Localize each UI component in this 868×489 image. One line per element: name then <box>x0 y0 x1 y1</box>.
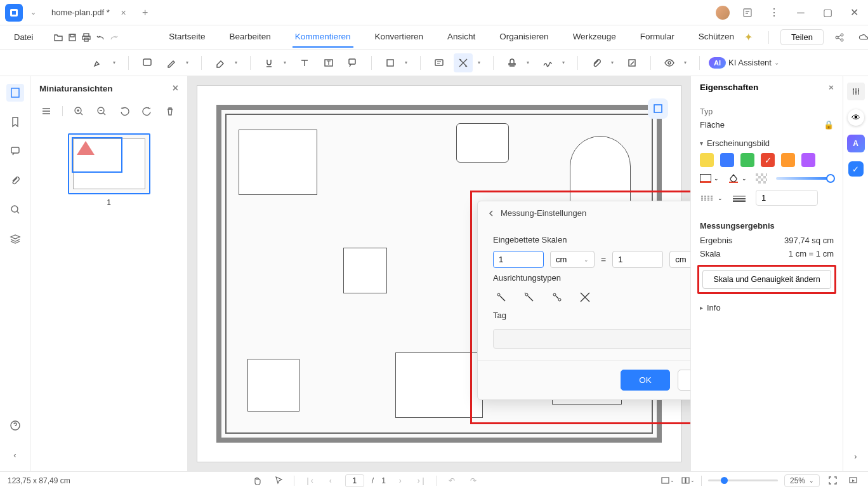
underline-tool-icon[interactable] <box>260 53 279 72</box>
first-page-icon[interactable]: ❘‹ <box>302 474 316 488</box>
shape-tool-icon[interactable] <box>381 53 400 72</box>
zoom-out-icon[interactable] <box>95 104 109 118</box>
history-back-icon[interactable]: ↶ <box>445 474 459 488</box>
fullscreen-icon[interactable] <box>826 474 840 488</box>
list-view-icon[interactable] <box>39 104 53 118</box>
menu-tab-ansicht[interactable]: Ansicht <box>445 27 478 48</box>
zoom-select[interactable]: 25%⌄ <box>784 474 820 487</box>
menu-tab-bearbeiten[interactable]: Bearbeiten <box>227 27 273 48</box>
swatch-orange[interactable] <box>781 153 795 167</box>
dropdown-icon[interactable]: ▾ <box>478 60 484 65</box>
transparency-icon[interactable] <box>756 173 767 184</box>
appearance-section-header[interactable]: ▾ Erscheinungsbild <box>700 138 834 148</box>
file-menu[interactable]: Datei <box>9 30 38 44</box>
delete-icon[interactable] <box>163 104 177 118</box>
dropdown-icon[interactable]: ▾ <box>186 60 192 65</box>
fit-width-icon[interactable]: ⌄ <box>661 474 674 488</box>
tag-input[interactable] <box>493 329 690 349</box>
present-icon[interactable] <box>846 474 860 488</box>
visibility-tool-icon[interactable] <box>660 53 679 72</box>
titlebar-chevron[interactable]: ⌄ <box>30 8 36 17</box>
fill-color-picker[interactable]: ⌄ <box>728 173 747 184</box>
attach-tool-icon[interactable] <box>587 53 606 72</box>
scale-to-input[interactable] <box>612 251 663 268</box>
close-window-icon[interactable]: ✕ <box>845 4 863 22</box>
scale-from-unit-select[interactable]: cm⌄ <box>550 251 595 268</box>
menu-tab-organisieren[interactable]: Organisieren <box>497 27 551 48</box>
close-tab-icon[interactable]: × <box>121 8 126 18</box>
close-properties-icon[interactable]: × <box>829 83 834 92</box>
info-section-header[interactable]: ▸ Info <box>700 303 834 312</box>
thumbnails-rail-icon[interactable] <box>6 84 24 102</box>
change-scale-button[interactable]: Skala und Genauigkeit ändern <box>702 270 831 289</box>
history-fwd-icon[interactable]: ↷ <box>466 474 480 488</box>
lightbulb-icon[interactable]: ✦ <box>740 29 757 46</box>
stroke-color-picker[interactable]: ⌄ <box>700 174 719 183</box>
align-type-1[interactable] <box>493 289 510 305</box>
line-style-picker[interactable]: ⌄ <box>700 194 723 202</box>
text-tool-icon[interactable] <box>295 53 314 72</box>
back-icon[interactable] <box>487 209 496 218</box>
rotate-left-icon[interactable] <box>117 104 131 118</box>
notes-icon[interactable] <box>739 4 756 22</box>
attachments-rail-icon[interactable] <box>6 171 24 189</box>
open-icon[interactable] <box>53 29 63 46</box>
highlight-tool-icon[interactable] <box>89 53 108 72</box>
share-link-icon[interactable] <box>831 29 848 46</box>
current-page-input[interactable] <box>345 474 364 487</box>
swatch-red[interactable] <box>761 153 775 167</box>
dropdown-icon[interactable]: ▾ <box>113 60 119 65</box>
comments-rail-icon[interactable] <box>6 142 24 160</box>
last-page-icon[interactable]: ›❘ <box>415 474 429 488</box>
dropdown-icon[interactable]: ▾ <box>684 60 690 65</box>
more-icon[interactable]: ⋮ <box>765 4 783 22</box>
note-tool-icon[interactable] <box>138 53 157 72</box>
canvas-area[interactable]: Messung-Einstellungen × Eingebettete Ska… <box>188 76 690 471</box>
pencil-tool-icon[interactable] <box>162 53 181 72</box>
prev-page-icon[interactable]: ‹ <box>324 474 338 488</box>
collapse-left-rail-icon[interactable]: ‹ <box>6 446 24 464</box>
signature-tool-icon[interactable] <box>538 53 557 72</box>
swatch-purple[interactable] <box>801 153 815 167</box>
menu-tab-startseite[interactable]: Startseite <box>166 27 207 48</box>
help-rail-icon[interactable] <box>6 417 24 434</box>
collapse-right-rail-icon[interactable]: › <box>847 447 865 465</box>
ok-button[interactable]: OK <box>621 370 670 391</box>
settings-rail-icon[interactable] <box>847 83 865 100</box>
dropdown-icon[interactable]: ▾ <box>284 60 290 65</box>
eraser-tool-icon[interactable] <box>211 53 230 72</box>
next-page-icon[interactable]: › <box>393 474 407 488</box>
save-icon[interactable] <box>67 29 77 46</box>
fit-page-icon[interactable] <box>648 98 668 119</box>
menu-tab-kommentieren[interactable]: Kommentieren <box>293 27 353 48</box>
callout-tool-icon[interactable] <box>343 53 362 72</box>
maximize-icon[interactable]: ▢ <box>819 4 836 22</box>
thumbnail-page[interactable]: 1 <box>68 133 150 207</box>
dropdown-icon[interactable]: ▾ <box>235 60 241 65</box>
new-tab-button[interactable]: + <box>138 5 153 20</box>
dropdown-icon[interactable]: ▾ <box>562 60 569 65</box>
opacity-slider[interactable] <box>776 177 834 180</box>
line-weight-picker[interactable] <box>732 194 747 202</box>
comment-tool-icon[interactable] <box>430 53 449 72</box>
undo-icon[interactable] <box>95 29 105 46</box>
swatch-green[interactable] <box>740 153 754 167</box>
zoom-slider[interactable] <box>708 479 778 481</box>
edit-tool-icon[interactable] <box>622 53 641 72</box>
thickness-input[interactable] <box>756 190 818 206</box>
scale-to-unit-select[interactable]: cm⌄ <box>669 251 690 268</box>
rotate-right-icon[interactable] <box>140 104 154 118</box>
swatch-blue[interactable] <box>720 153 734 167</box>
minimize-icon[interactable]: ─ <box>792 4 810 22</box>
zoom-in-icon[interactable] <box>72 104 86 118</box>
ai-tool-rail-icon[interactable]: A <box>847 135 865 152</box>
stamp-tool-icon[interactable] <box>503 53 522 72</box>
bookmarks-rail-icon[interactable] <box>6 113 24 131</box>
menu-tab-konvertieren[interactable]: Konvertieren <box>372 27 426 48</box>
user-avatar[interactable] <box>716 6 730 20</box>
search-rail-icon[interactable] <box>6 201 24 218</box>
align-type-4[interactable] <box>577 289 593 305</box>
align-type-2[interactable] <box>521 289 537 305</box>
scale-from-input[interactable] <box>493 251 544 268</box>
redo-icon[interactable] <box>109 29 119 46</box>
